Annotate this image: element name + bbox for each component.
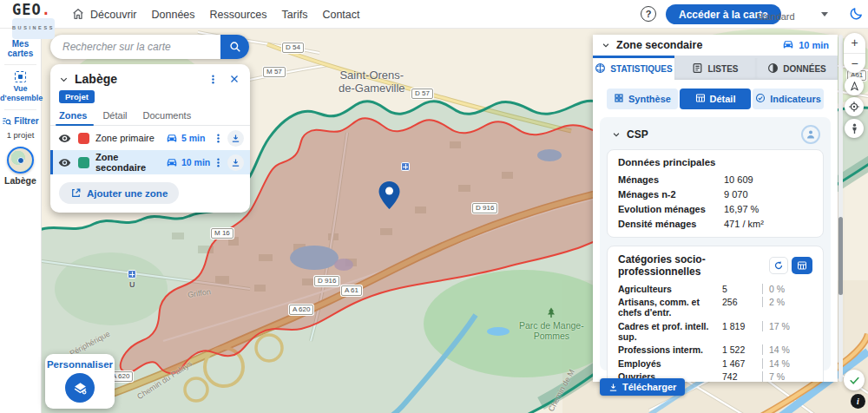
stats-tab-statistiques[interactable]: STATISTIQUES: [593, 56, 674, 80]
sidebar-item-mes-cartes[interactable]: Mes cartes: [0, 39, 41, 58]
collapse-chevron-icon[interactable]: [602, 41, 610, 49]
overview-icon[interactable]: [15, 71, 26, 82]
stats-tab-label: LISTES: [707, 64, 738, 74]
personalize-card: Personnaliser: [45, 354, 115, 409]
layers-icon: [73, 381, 88, 396]
data-row: Ménages10 609: [618, 174, 812, 186]
confirm-button[interactable]: [844, 370, 865, 390]
dark-mode-moon-icon[interactable]: [849, 6, 864, 24]
more-options-icon[interactable]: [207, 74, 219, 85]
add-zone-button[interactable]: Ajouter une zone: [59, 182, 179, 204]
visibility-eye-icon[interactable]: [58, 158, 71, 167]
layers-button[interactable]: [65, 373, 95, 403]
sidebar-item-filtrer[interactable]: Filtrer: [0, 116, 41, 126]
road-shield: A 620: [289, 305, 313, 315]
collapse-chevron-icon[interactable]: [612, 130, 621, 139]
search-input[interactable]: [50, 35, 220, 59]
person-info-icon[interactable]: [801, 125, 820, 144]
nav-menu-item[interactable]: Découvrir: [90, 9, 137, 21]
zone-name: Zone primaire: [95, 133, 166, 143]
compass-button[interactable]: [845, 76, 864, 95]
map-search-bar: [50, 35, 249, 59]
subtab-label: Détail: [710, 94, 736, 104]
more-options-icon[interactable]: [213, 157, 224, 168]
collapse-chevron-icon[interactable]: [59, 75, 69, 84]
csp-row-label: Artisans, comm. et chefs d'entr.: [618, 297, 722, 318]
csp-row-percent: 14 %: [762, 358, 790, 369]
data-row-label: Ménages: [618, 174, 724, 186]
csp-row: Artisans, comm. et chefs d'entr.2562 %: [618, 297, 812, 318]
csp-row-value: 1 522: [722, 344, 762, 355]
table-view-button[interactable]: [792, 257, 812, 274]
info-button[interactable]: i: [851, 394, 865, 409]
download-zone-button[interactable]: [227, 154, 244, 171]
store-icon: [128, 270, 136, 279]
nav-menu-item[interactable]: Ressources: [210, 9, 267, 21]
csp-row: Cadres et prof. intell. sup.1 81917 %: [618, 321, 812, 342]
check-circle-icon: [755, 93, 766, 105]
visibility-eye-icon[interactable]: [58, 134, 71, 143]
data-row-value: 16,97 %: [724, 204, 759, 215]
project-tab-zones[interactable]: Zones: [59, 107, 87, 125]
locate-button[interactable]: [845, 97, 864, 116]
close-icon[interactable]: [229, 74, 240, 84]
csp-data-card: Catégories socio-professionnelles Agricu…: [607, 246, 824, 382]
download-icon: [608, 383, 618, 392]
zone-time: 10 min: [181, 157, 213, 167]
csp-row-percent: 7 %: [762, 371, 785, 382]
zoom-in-button[interactable]: +: [844, 33, 865, 54]
csp-row-percent: 0 %: [762, 284, 785, 294]
project-thumbnail-label: Labège: [0, 175, 41, 186]
home-icon[interactable]: [71, 7, 85, 24]
pegman-button[interactable]: [845, 119, 864, 138]
stats-subtabs: SynthèseDétailIndicateurs: [607, 88, 824, 109]
road-shield: M 57: [263, 67, 286, 77]
stats-tab-données[interactable]: DONNÉES: [756, 56, 838, 80]
project-thumbnail[interactable]: [7, 147, 34, 174]
data-row-label: Ménages n-2: [618, 189, 724, 200]
chevron-down-icon[interactable]: [821, 12, 828, 16]
card-title: Catégories socio-professionnelles: [618, 253, 769, 278]
zone-row[interactable]: Zone primaire5 min: [50, 126, 250, 150]
subtab-label: Synthèse: [628, 94, 671, 104]
search-icon: [229, 41, 241, 53]
subtab-détail[interactable]: Détail: [680, 88, 751, 109]
nav-menu-item[interactable]: Données: [152, 9, 195, 21]
nav-menu-item[interactable]: Tarifs: [282, 9, 308, 21]
scrollbar-thumb[interactable]: [838, 217, 843, 295]
download-button[interactable]: Télécharger: [600, 378, 685, 396]
map-style-select[interactable]: Standard: [756, 11, 795, 22]
csp-row-percent: 17 %: [762, 321, 790, 331]
project-tab-détail[interactable]: Détail: [102, 107, 127, 125]
nav-menu-item[interactable]: Contact: [322, 9, 359, 21]
data-row: Ménages n-29 070: [618, 189, 812, 200]
panel-scrollbar[interactable]: [838, 35, 843, 382]
search-button[interactable]: [220, 35, 249, 59]
download-zone-button[interactable]: [227, 130, 244, 147]
filter-search-icon: [2, 116, 11, 126]
sidebar-item-vue-densemble[interactable]: Vue d'ensemble: [0, 84, 41, 103]
subtab-indicateurs[interactable]: Indicateurs: [753, 88, 824, 109]
subtab-synthèse[interactable]: Synthèse: [607, 88, 678, 109]
csp-row-value: 5: [722, 284, 762, 294]
more-options-icon[interactable]: [213, 133, 224, 144]
road-shield: A 61: [341, 285, 362, 296]
csp-row-label: Professions interm.: [618, 344, 722, 355]
help-icon[interactable]: ?: [641, 6, 656, 22]
geo-business-logo[interactable]: GEO. BUSINESS: [12, 3, 55, 39]
pegman-icon: [850, 123, 859, 134]
stats-panel-title: Zone secondaire: [616, 39, 782, 51]
car-icon: [166, 157, 178, 167]
stats-tab-listes[interactable]: LISTES: [674, 56, 756, 80]
car-icon: [166, 133, 178, 143]
chart-view-button[interactable]: [769, 257, 788, 274]
zone-row[interactable]: Zone secondaire10 min: [50, 150, 250, 174]
stats-tabs: STATISTIQUESLISTESDONNÉES: [593, 56, 838, 80]
table-icon: [695, 93, 706, 105]
csp-row: Agriculteurs50 %: [618, 284, 812, 294]
stats-tab-label: DONNÉES: [783, 64, 825, 74]
project-tab-documents[interactable]: Documents: [143, 107, 192, 125]
zoom-out-button[interactable]: −: [844, 54, 865, 74]
map-pin[interactable]: [378, 180, 401, 210]
road-shield: D 57: [411, 88, 433, 99]
